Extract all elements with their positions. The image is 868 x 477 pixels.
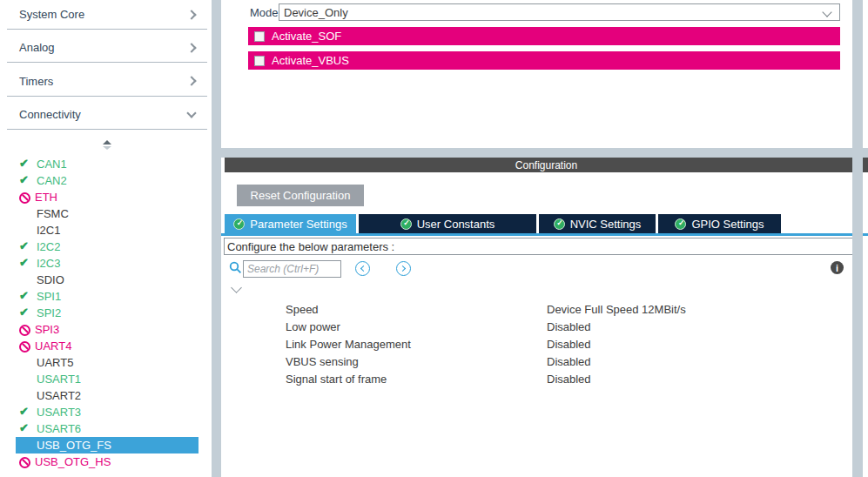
sidebar-item-spi3[interactable]: SPI3: [16, 321, 198, 338]
sidebar-item-usart3[interactable]: USART3: [16, 404, 198, 420]
scroll-up-arrow-icon: [103, 140, 111, 144]
ban-icon: [19, 192, 30, 204]
peripheral-label: SPI3: [35, 323, 59, 336]
sidebar-item-can1[interactable]: CAN1: [16, 156, 198, 172]
sidebar-category-timers[interactable]: Timers: [7, 67, 207, 97]
tab-user-constants[interactable]: User Constants: [359, 214, 536, 233]
sidebar-category-analog[interactable]: Analog: [7, 34, 207, 64]
peripheral-label: USB_OTG_FS: [37, 439, 111, 452]
chevron-right-icon: [186, 43, 196, 52]
sidebar-item-eth[interactable]: ETH: [16, 189, 198, 205]
parameter-name: Link Power Management: [286, 338, 411, 351]
peripheral-label: USART2: [37, 389, 81, 402]
warning-icon: [19, 273, 32, 286]
tab-gpio-settings[interactable]: GPIO Settings: [658, 214, 781, 233]
sidebar-item-usart2[interactable]: USART2: [16, 387, 198, 404]
mode-dropdown[interactable]: Device_Only: [279, 3, 840, 21]
category-label: Analog: [19, 41, 54, 54]
chevron-right-icon: [400, 265, 406, 272]
sidebar-item-fsmc[interactable]: FSMC: [16, 205, 198, 222]
check-icon: [19, 406, 32, 419]
parameter-value[interactable]: Disabled: [547, 373, 591, 386]
check-badge-icon: [675, 218, 686, 230]
check-icon: [19, 158, 32, 171]
sidebar-item-sdio[interactable]: SDIO: [16, 272, 198, 288]
sidebar-item-usart1[interactable]: USART1: [16, 371, 198, 387]
parameter-value[interactable]: Disabled: [547, 320, 591, 333]
checkbox-unchecked[interactable]: [254, 56, 265, 66]
sidebar-category-system-core[interactable]: System Core: [7, 0, 207, 30]
peripheral-label: USART6: [37, 422, 81, 435]
sidebar-item-usart6[interactable]: USART6: [16, 420, 198, 437]
peripheral-label: UART5: [37, 356, 73, 369]
tab-parameter-settings[interactable]: Parameter Settings: [225, 214, 356, 233]
tab-label: Parameter Settings: [250, 218, 347, 231]
peripheral-label: CAN2: [37, 174, 67, 187]
sidebar-item-i2c3[interactable]: I2C3: [16, 255, 198, 272]
parameter-row: SpeedDevice Full Speed 12MBit/s: [225, 301, 851, 319]
reset-configuration-button[interactable]: Reset Configuration: [237, 185, 364, 206]
parameter-row: Link Power ManagementDisabled: [225, 336, 851, 353]
ban-icon: [19, 457, 30, 468]
peripheral-label: I2C3: [37, 257, 60, 270]
peripheral-label: SPI2: [37, 306, 61, 319]
sidebar-item-spi2[interactable]: SPI2: [16, 305, 198, 321]
parameter-name: VBUS sensing: [286, 355, 359, 368]
check-icon: [19, 422, 32, 435]
checkbox-unchecked[interactable]: [254, 31, 265, 42]
parameter-value[interactable]: Device Full Speed 12MBit/s: [547, 303, 686, 316]
check-badge-icon: [554, 218, 565, 230]
check-icon: [19, 240, 32, 253]
parameter-value[interactable]: Disabled: [547, 338, 591, 351]
parameter-table: SpeedDevice Full Speed 12MBit/sLow power…: [225, 301, 851, 388]
peripheral-label: USART3: [37, 406, 81, 419]
sidebar-item-usb-otg-hs[interactable]: USB_OTG_HS: [16, 453, 198, 470]
section-separator: [221, 148, 868, 158]
category-label: System Core: [19, 8, 84, 21]
active-tab-underline: [221, 233, 868, 236]
peripheral-sidebar: System CoreAnalogTimersConnectivity CAN1…: [0, 0, 211, 477]
parameter-value[interactable]: Disabled: [547, 355, 591, 368]
sidebar-item-uart5[interactable]: UART5: [16, 354, 198, 371]
tab-nvic-settings[interactable]: NVIC Settings: [539, 214, 656, 233]
check-badge-icon: [233, 218, 245, 230]
peripheral-label: ETH: [35, 191, 57, 204]
peripheral-label: USB_OTG_HS: [35, 455, 111, 468]
parameter-row: VBUS sensingDisabled: [225, 353, 851, 371]
collapse-group-chevron-icon[interactable]: [231, 282, 242, 293]
option-label: Activate_SOF: [272, 30, 341, 43]
sidebar-category-connectivity[interactable]: Connectivity: [7, 101, 207, 131]
check-icon: [19, 257, 32, 270]
sidebar-item-i2c1[interactable]: I2C1: [16, 222, 198, 238]
parameter-name: Signal start of frame: [286, 373, 387, 386]
check-icon: [19, 306, 32, 319]
category-label: Connectivity: [19, 108, 81, 121]
info-icon[interactable]: i: [831, 261, 844, 274]
warning-icon: [19, 439, 32, 452]
tab-label: User Constants: [417, 218, 495, 231]
option-activate-vbus[interactable]: Activate_VBUS: [248, 51, 840, 70]
sidebar-item-usb-otg-fs[interactable]: USB_OTG_FS: [16, 437, 198, 453]
scroll-spinner-icon[interactable]: [103, 140, 112, 150]
parameter-row: Low powerDisabled: [225, 319, 851, 336]
peripheral-label: I2C1: [37, 224, 60, 237]
category-label: Timers: [19, 75, 53, 88]
sidebar-item-i2c2[interactable]: I2C2: [16, 238, 198, 255]
ban-icon: [19, 341, 30, 353]
search-previous-button[interactable]: [355, 261, 370, 276]
tab-label: NVIC Settings: [570, 218, 642, 231]
parameter-row: Signal start of frameDisabled: [225, 371, 851, 388]
chevron-down-icon: [822, 7, 831, 17]
ban-icon: [19, 325, 30, 336]
settings-tabs: Parameter SettingsUser ConstantsNVIC Set…: [225, 214, 868, 233]
panel-divider: [212, 0, 221, 477]
warning-icon: [19, 207, 32, 220]
check-icon: [19, 174, 32, 187]
right-scrollbar-track: [852, 0, 863, 477]
sidebar-item-spi1[interactable]: SPI1: [16, 288, 198, 305]
option-activate-sof[interactable]: Activate_SOF: [248, 27, 840, 45]
sidebar-item-uart4[interactable]: UART4: [16, 338, 198, 354]
search-input[interactable]: [243, 260, 341, 278]
sidebar-item-can2[interactable]: CAN2: [16, 172, 198, 189]
search-next-button[interactable]: [396, 261, 411, 276]
